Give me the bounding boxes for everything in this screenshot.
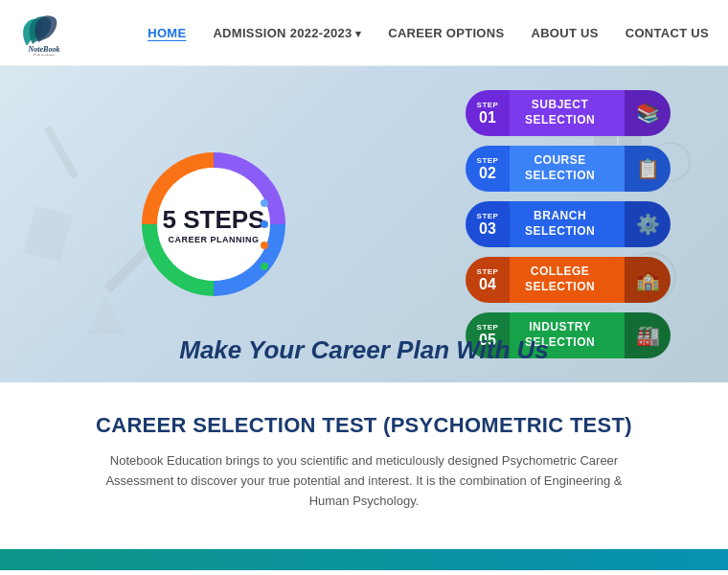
nav-about-us[interactable]: ABOUT US xyxy=(531,26,598,40)
step-3-badge: STEP 03 xyxy=(466,201,510,247)
bottom-teal-bar xyxy=(0,549,728,570)
step-4-icon: 🏫 xyxy=(625,257,671,303)
career-section-title: CAREER SELECTION TEST (PSYCHOMETRIC TEST… xyxy=(57,413,671,438)
step-4-main: COLLEGESELECTION xyxy=(510,257,625,303)
nav-admission[interactable]: ADMISSION 2022-2023 xyxy=(213,26,361,40)
step-1-icon: 📚 xyxy=(625,90,671,136)
nav-career-options[interactable]: CAREER OPTIONS xyxy=(388,26,504,40)
step-3-row: STEP 03 BRANCHSELECTION ⚙️ xyxy=(466,201,671,247)
step-2-main: COURSESELECTION xyxy=(510,146,625,192)
career-section-desc: Notebook Education brings to you scienti… xyxy=(105,451,623,511)
steps-count: 5 STEPS xyxy=(163,205,265,235)
step-4-badge: STEP 04 xyxy=(466,257,510,303)
dot-3 xyxy=(261,220,268,228)
hero-banner: 5 STEPS CAREER PLANNING STEP 01 SUBJECTS… xyxy=(0,66,728,382)
dot-1 xyxy=(261,178,268,186)
steps-list: STEP 01 SUBJECTSELECTION 📚 STEP 02 COURS… xyxy=(466,90,671,358)
main-nav: HOME ADMISSION 2022-2023 CAREER OPTIONS … xyxy=(148,26,709,40)
svg-marker-11 xyxy=(86,296,125,334)
center-circle-inner: 5 STEPS CAREER PLANNING xyxy=(157,168,270,281)
nav-contact-us[interactable]: CONTACT US xyxy=(626,26,709,40)
step-3-main: BRANCHSELECTION xyxy=(510,201,625,247)
step-1-main: SUBJECTSELECTION xyxy=(510,90,625,136)
dot-2 xyxy=(261,199,268,207)
dot-4 xyxy=(261,242,268,249)
svg-rect-2 xyxy=(44,126,80,179)
step-5-icon: 🏭 xyxy=(625,312,671,358)
logo-icon: NoteBook Education xyxy=(19,10,69,56)
hero-tagline: Make Your Career Plan With Us xyxy=(179,335,549,365)
svg-text:Education: Education xyxy=(34,53,55,56)
career-planning-label: CAREER PLANNING xyxy=(168,235,259,244)
step-1-badge: STEP 01 xyxy=(466,90,510,136)
svg-rect-8 xyxy=(23,206,73,263)
step-2-row: STEP 02 COURSESELECTION 📋 xyxy=(466,146,671,192)
step-2-icon: 📋 xyxy=(625,146,671,192)
step-2-badge: STEP 02 xyxy=(466,146,510,192)
header: NoteBook Education HOME ADMISSION 2022-2… xyxy=(0,0,728,66)
step-1-row: STEP 01 SUBJECTSELECTION 📚 xyxy=(466,90,671,136)
dot-5 xyxy=(261,263,268,270)
career-section: CAREER SELECTION TEST (PSYCHOMETRIC TEST… xyxy=(0,382,728,530)
nav-home[interactable]: HOME xyxy=(148,26,186,40)
step-4-row: STEP 04 COLLEGESELECTION 🏫 xyxy=(466,257,671,303)
logo[interactable]: NoteBook Education xyxy=(19,10,69,56)
connector-dots xyxy=(261,178,268,270)
step-3-icon: ⚙️ xyxy=(625,201,671,247)
